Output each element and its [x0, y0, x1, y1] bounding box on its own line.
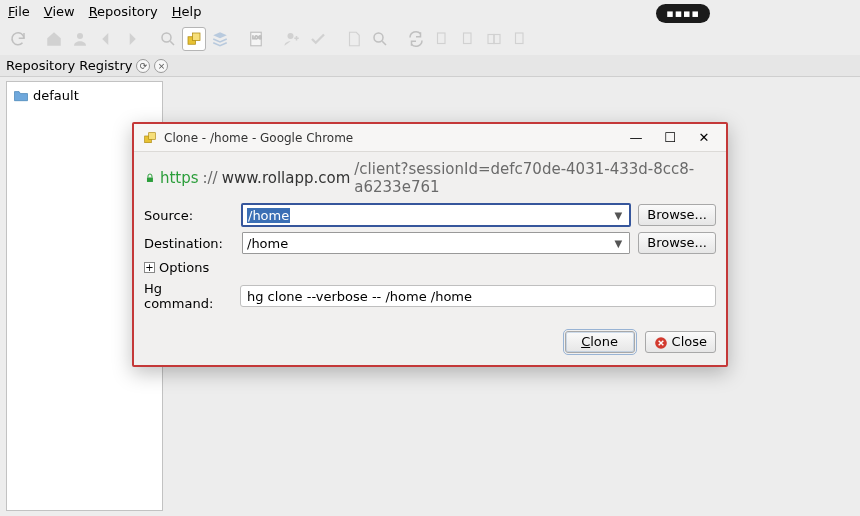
- hg-command-label: Hg command:: [144, 281, 234, 311]
- source-label: Source:: [144, 208, 234, 223]
- svg-rect-3: [193, 33, 201, 41]
- options-label: Options: [159, 260, 209, 275]
- options-expander[interactable]: + Options: [144, 260, 716, 275]
- destination-combo[interactable]: /home ▼: [242, 232, 630, 254]
- menu-file[interactable]: File: [8, 4, 30, 19]
- folder-icon: [13, 89, 29, 102]
- source-combo[interactable]: /home ▼: [242, 204, 630, 226]
- dialog-title: Clone - /home - Google Chrome: [164, 131, 616, 145]
- svg-point-0: [77, 33, 83, 39]
- svg-rect-8: [438, 33, 446, 44]
- zoom-icon[interactable]: [368, 27, 392, 51]
- svg-point-7: [374, 33, 383, 42]
- doc-small-3-icon[interactable]: [482, 27, 506, 51]
- svg-rect-10: [488, 35, 494, 44]
- window-minimize-icon[interactable]: —: [622, 130, 650, 145]
- hg-command-row: Hg command:: [144, 281, 716, 311]
- dialog-titlebar[interactable]: Clone - /home - Google Chrome — ☐ ✕: [134, 124, 726, 152]
- plus-icon: +: [144, 262, 155, 273]
- dialog-app-icon: [142, 130, 158, 146]
- menu-help[interactable]: Help: [172, 4, 202, 19]
- document-icon[interactable]: [342, 27, 366, 51]
- lock-icon: [144, 171, 156, 185]
- url-sep: ://: [203, 169, 218, 187]
- dialog-button-row: Clone Close: [134, 321, 726, 365]
- doc-small-4-icon[interactable]: [508, 27, 532, 51]
- user-icon[interactable]: [68, 27, 92, 51]
- log-icon[interactable]: LOG: [244, 27, 268, 51]
- menubar: File View Repository Help: [0, 0, 860, 23]
- clone-button[interactable]: Clone: [565, 331, 635, 353]
- panel-reload-icon[interactable]: ⟳: [136, 59, 150, 73]
- svg-rect-12: [516, 33, 524, 44]
- close-button[interactable]: Close: [645, 331, 716, 353]
- person-add-icon[interactable]: [280, 27, 304, 51]
- clone-dialog: Clone - /home - Google Chrome — ☐ ✕ http…: [132, 122, 728, 367]
- home-icon[interactable]: [42, 27, 66, 51]
- destination-browse-button[interactable]: Browse...: [638, 232, 716, 254]
- svg-rect-11: [494, 35, 500, 44]
- stack-icon[interactable]: [208, 27, 232, 51]
- svg-rect-14: [149, 132, 156, 139]
- svg-text:LOG: LOG: [252, 35, 262, 40]
- refresh-icon[interactable]: [6, 27, 30, 51]
- toolbar: LOG: [0, 23, 860, 55]
- svg-rect-15: [147, 178, 153, 182]
- close-red-icon: [654, 336, 668, 350]
- tree-item-label: default: [33, 88, 79, 103]
- source-row: Source: /home ▼ Browse...: [144, 204, 716, 226]
- doc-small-1-icon[interactable]: [430, 27, 454, 51]
- svg-point-6: [288, 33, 294, 39]
- chevron-down-icon[interactable]: ▼: [609, 210, 627, 221]
- url-scheme: https: [160, 169, 199, 187]
- back-icon[interactable]: [94, 27, 118, 51]
- doc-small-2-icon[interactable]: [456, 27, 480, 51]
- source-browse-button[interactable]: Browse...: [638, 204, 716, 226]
- url-path: /client?sessionId=defc70de-4031-433d-8cc…: [354, 160, 716, 196]
- clone-form: Source: /home ▼ Browse... Destination: /…: [134, 204, 726, 321]
- url-domain: www.rollapp.com: [222, 169, 351, 187]
- svg-rect-9: [464, 33, 472, 44]
- destination-value: /home: [247, 236, 609, 251]
- menu-repository[interactable]: Repository: [89, 4, 158, 19]
- svg-point-1: [162, 33, 171, 42]
- check-icon[interactable]: [306, 27, 330, 51]
- window-maximize-icon[interactable]: ☐: [656, 130, 684, 145]
- source-value: /home: [247, 208, 290, 223]
- chevron-down-icon[interactable]: ▼: [609, 238, 627, 249]
- forward-icon[interactable]: [120, 27, 144, 51]
- clone-icon[interactable]: [182, 27, 206, 51]
- destination-label: Destination:: [144, 236, 234, 251]
- status-pill: ▪▪▪▪: [656, 4, 710, 23]
- hg-command-input[interactable]: [240, 285, 716, 307]
- window-close-icon[interactable]: ✕: [690, 130, 718, 145]
- panel-close-icon[interactable]: ×: [154, 59, 168, 73]
- search-icon[interactable]: [156, 27, 180, 51]
- destination-row: Destination: /home ▼ Browse...: [144, 232, 716, 254]
- sync-icon[interactable]: [404, 27, 428, 51]
- address-bar[interactable]: https://www.rollapp.com/client?sessionId…: [134, 152, 726, 204]
- panel-header: Repository Registry ⟳ ×: [0, 55, 860, 77]
- panel-title: Repository Registry: [6, 58, 132, 73]
- tree-item-default[interactable]: default: [11, 86, 158, 105]
- menu-view[interactable]: View: [44, 4, 75, 19]
